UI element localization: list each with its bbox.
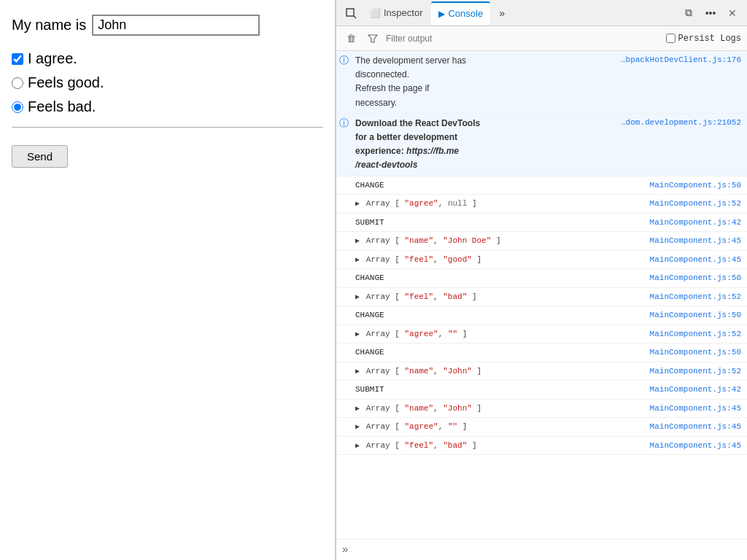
change-4-label: CHANGE (352, 345, 644, 360)
devtools-menu-button[interactable]: ••• (700, 3, 721, 23)
more-tabs-button[interactable]: » (492, 3, 512, 23)
array-agree-null-source[interactable]: MainComponent.js:52 (644, 198, 744, 209)
empty-icon-9 (339, 327, 352, 328)
feels-bad-item: Feels bad. (12, 98, 323, 115)
array-feel-good: ▶ Array [ "feel", "good" ] (352, 252, 644, 268)
name-label: My name is (12, 17, 86, 34)
array-name-john-1-source[interactable]: MainComponent.js:52 (644, 365, 744, 377)
console-tab-icon: ▶ (438, 9, 445, 19)
array-triangle-4[interactable]: ▶ (355, 293, 360, 301)
array-agree-empty-1: ▶ Array [ "agree", "" ] (352, 327, 644, 342)
array-feel-bad-1-source[interactable]: MainComponent.js:52 (644, 291, 744, 303)
name-row: My name is (12, 15, 323, 36)
empty-icon-2 (339, 196, 352, 198)
expand-icon: » (342, 544, 348, 556)
change-1-source[interactable]: MainComponent.js:50 (644, 179, 744, 191)
form-divider (12, 127, 323, 128)
console-bottom-expand[interactable]: » (336, 539, 747, 560)
persist-logs-text: Persist Logs (678, 34, 741, 44)
change-3-label: CHANGE (352, 308, 644, 323)
clear-console-button[interactable]: 🗑 (342, 30, 360, 47)
agree-checkbox[interactable] (12, 53, 23, 65)
array-feel-good-source[interactable]: MainComponent.js:45 (644, 254, 744, 265)
array-feel-bad-1: ▶ Array [ "feel", "bad" ] (352, 289, 644, 305)
disconnect-message: The development server hasdisconnected.R… (352, 52, 615, 112)
send-button[interactable]: Send (12, 145, 68, 168)
empty-icon-7 (339, 289, 352, 291)
array-name-johndoe-source[interactable]: MainComponent.js:45 (644, 235, 744, 246)
array-agree-empty-1-source[interactable]: MainComponent.js:52 (644, 328, 744, 340)
submit-1-label: SUBMIT (352, 215, 644, 230)
agree-item: I agree. (12, 50, 323, 67)
filter-toggle-button[interactable] (364, 30, 382, 47)
empty-icon-13 (339, 401, 352, 402)
svg-rect-0 (347, 9, 354, 16)
feels-good-label: Feels good. (28, 74, 104, 91)
array-feel-bad-2: ▶ Array [ "feel", "bad" ] (352, 438, 644, 454)
submit-1-source[interactable]: MainComponent.js:42 (644, 217, 744, 228)
name-input[interactable] (92, 15, 260, 36)
array-triangle-6[interactable]: ▶ (355, 368, 360, 376)
array-name-johndoe: ▶ Array [ "name", "John Doe" ] (352, 233, 644, 249)
devtools-header: ⬜ Inspector ▶ Console » ⧉ ••• ✕ (336, 0, 747, 26)
array-name-john-1: ▶ Array [ "name", "John" ] (352, 364, 644, 379)
info-icon-1: ⓘ (339, 52, 352, 67)
console-tab-label: Console (448, 8, 483, 19)
feels-bad-radio[interactable] (12, 101, 23, 113)
filter-input[interactable] (386, 34, 662, 44)
array-agree-empty-2-source[interactable]: MainComponent.js:45 (644, 421, 744, 432)
array-triangle-1[interactable]: ▶ (355, 200, 360, 208)
array-name-john-2: ▶ Array [ "name", "John" ] (352, 401, 644, 416)
disconnect-source[interactable]: …bpackHotDevClient.js:176 (615, 54, 744, 66)
console-row-array-agree-null: ▶ Array [ "agree", null ] MainComponent.… (336, 195, 747, 214)
trash-icon: 🗑 (347, 33, 356, 44)
array-triangle-5[interactable]: ▶ (355, 330, 360, 338)
empty-icon-11 (339, 364, 352, 365)
console-row-change-2: CHANGE MainComponent.js:50 (336, 269, 747, 288)
console-row-disconnect: ⓘ The development server hasdisconnected… (336, 51, 747, 114)
inspect-element-button[interactable] (341, 3, 361, 23)
feels-bad-label: Feels bad. (28, 98, 96, 115)
change-2-source[interactable]: MainComponent.js:50 (644, 272, 744, 284)
console-output[interactable]: ⓘ The development server hasdisconnected… (336, 51, 747, 539)
empty-icon-4 (339, 233, 352, 235)
change-1-label: CHANGE (352, 178, 644, 193)
array-triangle-7[interactable]: ▶ (355, 405, 360, 413)
info-icon-2: ⓘ (339, 115, 352, 130)
console-row-array-name-john-2: ▶ Array [ "name", "John" ] MainComponent… (336, 400, 747, 419)
close-icon: ✕ (728, 7, 737, 19)
console-row-submit-2: SUBMIT MainComponent.js:42 (336, 381, 747, 400)
console-row-array-agree-empty-2: ▶ Array [ "agree", "" ] MainComponent.js… (336, 418, 747, 437)
array-triangle-9[interactable]: ▶ (355, 442, 360, 450)
array-name-john-2-source[interactable]: MainComponent.js:45 (644, 402, 744, 414)
dock-button[interactable]: ⧉ (678, 3, 699, 23)
array-triangle-2[interactable]: ▶ (355, 237, 360, 245)
persist-logs-label[interactable]: Persist Logs (666, 34, 741, 44)
array-triangle-3[interactable]: ▶ (355, 256, 360, 264)
empty-icon-10 (339, 345, 352, 346)
feels-good-radio[interactable] (12, 77, 23, 89)
left-panel: My name is I agree. Feels good. Feels ba… (0, 0, 336, 560)
submit-2-source[interactable]: MainComponent.js:42 (644, 384, 744, 395)
close-devtools-button[interactable]: ✕ (722, 3, 743, 23)
tab-console[interactable]: ▶ Console (431, 1, 490, 25)
change-4-source[interactable]: MainComponent.js:50 (644, 346, 744, 358)
tab-inspector[interactable]: ⬜ Inspector (363, 1, 430, 25)
array-feel-bad-2-source[interactable]: MainComponent.js:45 (644, 440, 744, 451)
menu-dots-icon: ••• (705, 7, 716, 19)
persist-logs-checkbox[interactable] (666, 34, 676, 43)
change-3-source[interactable]: MainComponent.js:50 (644, 309, 744, 321)
console-row-array-agree-empty-1: ▶ Array [ "agree", "" ] MainComponent.js… (336, 325, 747, 344)
agree-label: I agree. (28, 50, 77, 67)
more-tabs-icon: » (499, 7, 505, 19)
inspect-icon (345, 7, 357, 19)
submit-2-label: SUBMIT (352, 382, 644, 397)
array-triangle-8[interactable]: ▶ (355, 423, 360, 431)
console-row-change-1: CHANGE MainComponent.js:50 (336, 176, 747, 195)
change-2-label: CHANGE (352, 271, 644, 286)
inspector-tab-icon: ⬜ (370, 8, 381, 18)
empty-icon-5 (339, 252, 352, 254)
empty-icon-12 (339, 382, 352, 384)
devtools-source[interactable]: …dom.development.js:21052 (615, 117, 744, 128)
console-row-array-name-john-1: ▶ Array [ "name", "John" ] MainComponent… (336, 362, 747, 381)
